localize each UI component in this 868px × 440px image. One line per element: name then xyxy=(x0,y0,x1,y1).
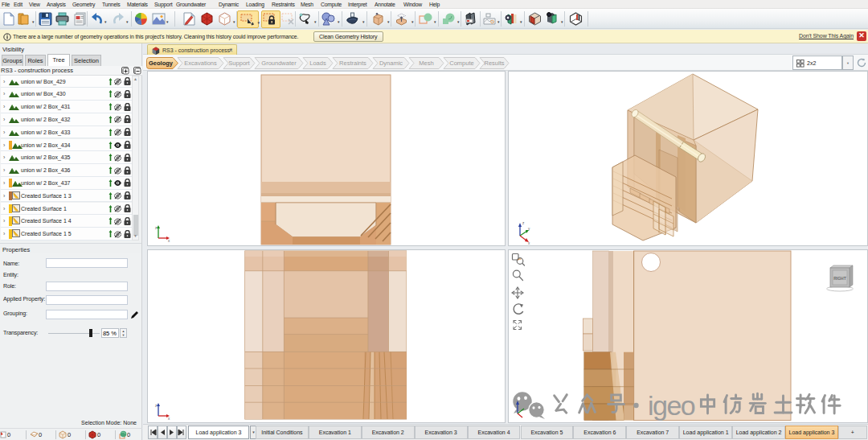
svg-text:Dynamic: Dynamic xyxy=(379,60,403,67)
svg-text:Geology: Geology xyxy=(149,60,174,67)
svg-text:z: z xyxy=(522,221,525,225)
svg-text:x: x xyxy=(168,417,170,421)
svg-text:RIGHT: RIGHT xyxy=(833,276,846,281)
svg-text:Excavations: Excavations xyxy=(184,60,217,67)
svg-text:x: x xyxy=(168,239,170,243)
svg-text:Support: Support xyxy=(228,60,250,67)
svg-text:igeo: igeo xyxy=(648,390,695,421)
svg-text:Restraints: Restraints xyxy=(339,60,366,67)
svg-text:Loads: Loads xyxy=(309,60,326,67)
svg-text:y: y xyxy=(528,227,530,231)
svg-text:Groundwater: Groundwater xyxy=(261,60,297,67)
svg-text:Compute: Compute xyxy=(449,60,473,67)
svg-text:Results: Results xyxy=(484,60,504,67)
svg-text:Mesh: Mesh xyxy=(419,60,433,67)
svg-text:x: x xyxy=(528,241,530,245)
